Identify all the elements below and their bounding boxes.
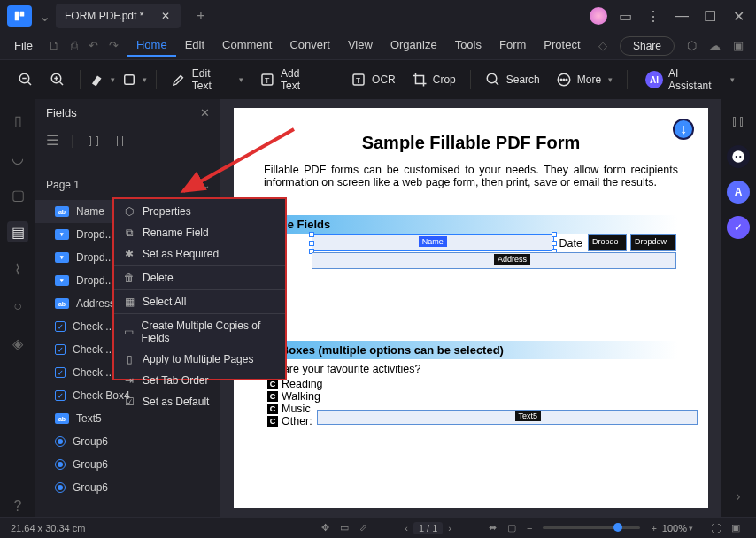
menu-convert[interactable]: Convert bbox=[281, 35, 339, 57]
highlight-button[interactable]: ▾ bbox=[89, 66, 116, 93]
new-tab-button[interactable]: + bbox=[191, 8, 210, 24]
context-menu-item[interactable]: ⧉Rename Field bbox=[114, 222, 285, 243]
close-tab-icon[interactable]: ✕ bbox=[159, 10, 172, 22]
share-button[interactable]: Share bbox=[620, 36, 675, 56]
menu-edit[interactable]: Edit bbox=[176, 35, 213, 57]
context-menu-item[interactable]: ☑Set as Default bbox=[114, 391, 285, 412]
edit-text-button[interactable]: Edit Text▾ bbox=[166, 64, 249, 96]
undo-icon[interactable]: ↶ bbox=[85, 35, 102, 56]
collab-icon[interactable]: ⬡ bbox=[682, 35, 702, 56]
lightbulb-icon[interactable]: ◇ bbox=[593, 35, 613, 56]
close-window-icon[interactable]: ✕ bbox=[724, 4, 752, 28]
reorder-icon[interactable]: ⫼ bbox=[113, 132, 127, 149]
page-dimensions: 21.64 x 30.34 cm bbox=[11, 523, 85, 534]
field-type-icon bbox=[55, 321, 66, 332]
fit-width-icon[interactable]: ⬌ bbox=[483, 522, 502, 534]
ai-assistant-button[interactable]: AIAI Assistant▾ bbox=[636, 64, 744, 96]
redo-icon[interactable]: ↷ bbox=[105, 35, 122, 56]
field-item[interactable]: Group6 bbox=[35, 453, 220, 476]
zoom-in-status-icon[interactable]: + bbox=[645, 523, 661, 534]
field-name[interactable]: Name bbox=[312, 234, 554, 251]
print-icon[interactable]: ⎙ bbox=[67, 35, 81, 56]
hex-icon: ⬡ bbox=[123, 205, 135, 218]
svg-point-20 bbox=[732, 150, 744, 163]
ai-check-icon[interactable]: ✓ bbox=[727, 216, 750, 239]
context-menu-item[interactable]: ▦Select All bbox=[114, 291, 285, 312]
thumbnail-icon[interactable]: ▯ bbox=[7, 110, 28, 131]
send-icon[interactable]: ▣ bbox=[728, 35, 749, 56]
hand-tool-icon[interactable]: ✥ bbox=[316, 522, 335, 534]
zoom-in-button[interactable] bbox=[44, 66, 71, 93]
add-text-button[interactable]: TAdd Text bbox=[254, 64, 327, 96]
field-text5-tag: Text5 bbox=[515, 411, 542, 421]
page-section-label[interactable]: Page 1 bbox=[46, 179, 80, 191]
chat-bubble-icon[interactable] bbox=[727, 145, 750, 168]
field-text5[interactable]: Text5 bbox=[317, 410, 698, 425]
menu-view[interactable]: View bbox=[339, 35, 382, 57]
menu-organize[interactable]: Organize bbox=[382, 35, 446, 57]
menu-home[interactable]: Home bbox=[127, 35, 176, 57]
download-float-button[interactable]: ↓ bbox=[673, 119, 694, 140]
menu-comment[interactable]: Comment bbox=[213, 35, 281, 57]
kebab-menu-icon[interactable]: ⋮ bbox=[639, 4, 667, 28]
reading-mode-icon[interactable]: ▣ bbox=[726, 522, 745, 534]
field-item[interactable]: Group6 bbox=[35, 476, 220, 499]
file-menu[interactable]: File bbox=[7, 35, 40, 56]
fit-page-icon[interactable]: ▢ bbox=[502, 522, 521, 534]
fullscreen-icon[interactable]: ⛶ bbox=[706, 523, 726, 534]
field-dropdown-2[interactable]: Dropdow bbox=[630, 234, 676, 251]
zoom-out-button[interactable] bbox=[12, 66, 39, 93]
document-tab[interactable]: FORM PDF.pdf * ✕ bbox=[56, 4, 181, 28]
help-icon[interactable]: ? bbox=[7, 496, 28, 517]
ai-a-icon[interactable]: A bbox=[727, 181, 750, 204]
prev-page-icon[interactable]: ‹ bbox=[399, 523, 413, 534]
zoom-level[interactable]: 100% bbox=[662, 523, 687, 534]
context-menu: ⬡Properties⧉Rename Field✱Set as Required… bbox=[112, 197, 287, 380]
chat-icon[interactable]: ▭ bbox=[611, 4, 639, 28]
svg-rect-1 bbox=[20, 12, 25, 17]
save-icon[interactable]: 🗋 bbox=[45, 35, 64, 56]
menu-tools[interactable]: Tools bbox=[446, 35, 490, 57]
context-menu-item[interactable]: ⬡Properties bbox=[114, 201, 285, 222]
zoom-out-status-icon[interactable]: − bbox=[521, 523, 537, 534]
close-panel-icon[interactable]: ✕ bbox=[200, 106, 210, 119]
bookmark-icon[interactable]: ◡ bbox=[7, 147, 28, 168]
context-menu-item[interactable]: ▭Create Multiple Copies of Fields bbox=[114, 315, 285, 349]
context-menu-item[interactable]: ⇥Set Tab Order bbox=[114, 370, 285, 391]
chevron-down-icon[interactable]: ⌄ bbox=[203, 181, 210, 190]
chevron-right-icon[interactable]: › bbox=[727, 485, 750, 508]
field-dropdown-1[interactable]: Dropdo bbox=[588, 234, 627, 251]
page-indicator[interactable]: 1 / 1 bbox=[413, 522, 443, 534]
field-item[interactable]: Group6 bbox=[35, 430, 220, 453]
pointer-tool-icon[interactable]: ⬀ bbox=[354, 522, 373, 534]
comment-list-icon[interactable]: ▢ bbox=[7, 184, 28, 205]
maximize-icon[interactable]: ☐ bbox=[696, 4, 724, 28]
field-item-label: Group6 bbox=[73, 481, 108, 494]
checkbox-mark[interactable]: C bbox=[267, 416, 278, 427]
menu-form[interactable]: Form bbox=[490, 35, 535, 57]
layers-icon[interactable]: ◈ bbox=[7, 333, 28, 354]
list-view-icon[interactable]: ☰ bbox=[46, 132, 58, 149]
menu-protect[interactable]: Protect bbox=[535, 35, 589, 57]
more-button[interactable]: More▾ bbox=[551, 68, 618, 91]
select-tool-icon[interactable]: ▭ bbox=[335, 522, 354, 534]
minimize-icon[interactable]: ― bbox=[667, 4, 696, 28]
crop-button[interactable]: Crop bbox=[406, 68, 461, 91]
field-address[interactable]: Address bbox=[312, 252, 676, 269]
search-button[interactable]: Search bbox=[480, 68, 545, 91]
settings-icon[interactable]: ⫿⫿ bbox=[727, 110, 750, 133]
attachment-icon[interactable]: ⌇ bbox=[7, 258, 28, 280]
copies-icon: ▭ bbox=[123, 326, 135, 338]
fields-panel-icon[interactable]: ▤ bbox=[7, 221, 28, 242]
context-menu-item[interactable]: ▯Apply to Multiple Pages bbox=[114, 349, 285, 370]
cloud-icon[interactable]: ☁ bbox=[704, 35, 726, 56]
context-menu-item[interactable]: 🗑Delete bbox=[114, 267, 285, 288]
context-menu-item[interactable]: ✱Set as Required bbox=[114, 243, 285, 265]
zoom-slider[interactable] bbox=[543, 526, 640, 529]
shape-button[interactable]: ▾ bbox=[120, 66, 147, 93]
avatar-icon[interactable] bbox=[590, 7, 607, 25]
search-panel-icon[interactable]: ○ bbox=[7, 296, 28, 317]
next-page-icon[interactable]: › bbox=[443, 523, 457, 534]
sort-icon[interactable]: ⫿⫿ bbox=[87, 132, 101, 149]
ocr-button[interactable]: TOCR bbox=[345, 68, 401, 91]
